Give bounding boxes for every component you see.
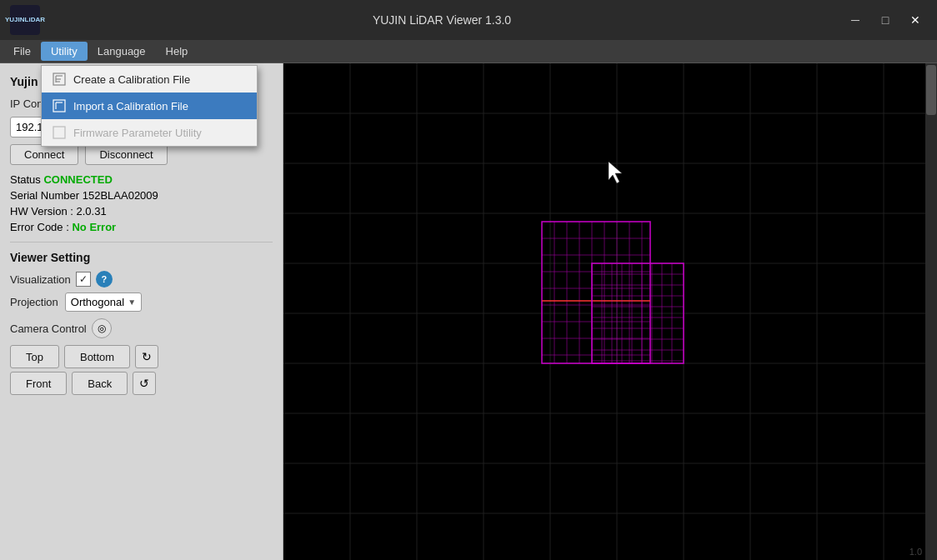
visualization-help-icon[interactable]: ? [96, 271, 113, 288]
status-value: CONNECTED [43, 173, 112, 186]
visualization-row: Visualization ✓ ? [10, 271, 273, 288]
utility-dropdown: Create a Calibration File Import a Calib… [41, 65, 258, 147]
title-bar-controls: ─ □ ✕ [844, 8, 927, 32]
app-title: YUJIN LiDAR Viewer 1.3.0 [373, 13, 511, 27]
maximize-button[interactable]: □ [874, 8, 897, 32]
serial-label: Serial Number [10, 189, 79, 202]
top-view-button[interactable]: Top [10, 345, 59, 368]
rotate-cw-icon[interactable]: ↻ [135, 345, 158, 368]
camera-control-label: Camera Control [10, 322, 87, 335]
error-code-label: Error Code : [10, 221, 69, 233]
rotate-ccw-icon[interactable]: ↺ [133, 372, 156, 395]
connect-btn-row: Connect Disconnect [10, 144, 273, 165]
menu-language[interactable]: Language [88, 42, 156, 61]
front-view-button[interactable]: Front [10, 372, 67, 395]
bottom-view-button[interactable]: Bottom [64, 345, 130, 368]
divider-1 [10, 242, 273, 242]
viewport[interactable]: 1.0 [283, 63, 937, 560]
status-label: Status [10, 173, 41, 186]
menu-help[interactable]: Help [156, 42, 198, 61]
connect-button[interactable]: Connect [10, 144, 78, 165]
viewer-section-title: Viewer Setting [10, 251, 273, 264]
serial-value: 152BLAA02009 [83, 189, 158, 202]
import-calibration-item[interactable]: Import a Calibration File [42, 92, 257, 119]
svg-rect-9 [283, 63, 937, 560]
app-logo: YUJIN LiDAR [10, 5, 40, 35]
hw-version-row: HW Version : 2.0.31 [10, 205, 273, 218]
scrollbar-thumb [926, 65, 936, 115]
svg-rect-8 [53, 127, 65, 138]
firmware-utility-icon [52, 125, 67, 140]
projection-value: Orthogonal [71, 296, 124, 308]
create-calibration-icon [52, 72, 67, 87]
projection-select[interactable]: Orthogonal ▼ [65, 292, 142, 312]
minimize-button[interactable]: ─ [844, 8, 867, 32]
camera-control-button[interactable]: ◎ [92, 318, 112, 338]
viewport-grid [283, 63, 937, 560]
firmware-utility-item: Firmware Parameter Utility [42, 119, 257, 146]
menu-utility[interactable]: Utility Create a Calibration File [41, 42, 88, 61]
hw-version-label: HW Version : 2.0.31 [10, 205, 107, 218]
import-calibration-icon [52, 98, 67, 113]
title-bar-left: YUJIN LiDAR [10, 5, 40, 35]
disconnect-button[interactable]: Disconnect [85, 144, 167, 165]
projection-arrow-icon: ▼ [128, 298, 136, 307]
viewport-corner-label: 1.0 [909, 547, 922, 557]
view-buttons-row1: Top Bottom ↻ [10, 345, 273, 368]
serial-row: Serial Number 152BLAA02009 [10, 189, 273, 202]
back-view-button[interactable]: Back [72, 372, 128, 395]
visualization-label: Visualization [10, 273, 71, 286]
projection-row: Projection Orthogonal ▼ [10, 292, 273, 312]
close-button[interactable]: ✕ [904, 8, 927, 32]
visualization-checkbox[interactable]: ✓ [76, 272, 91, 287]
camera-control-row: Camera Control ◎ [10, 318, 273, 338]
error-code-row: Error Code : No Error [10, 221, 273, 233]
svg-rect-5 [53, 100, 65, 112]
projection-label: Projection [10, 296, 58, 308]
menu-bar: File Utility Create a Calibration File [0, 40, 937, 63]
menu-file[interactable]: File [3, 42, 41, 61]
create-calibration-item[interactable]: Create a Calibration File [42, 66, 257, 92]
title-bar: YUJIN LiDAR YUJIN LiDAR Viewer 1.3.0 ─ □… [0, 0, 937, 40]
error-code-value: No Error [72, 221, 116, 233]
scrollbar-right[interactable] [925, 63, 937, 560]
status-row: Status CONNECTED [10, 173, 273, 186]
view-buttons-row2: Front Back ↺ [10, 372, 273, 395]
